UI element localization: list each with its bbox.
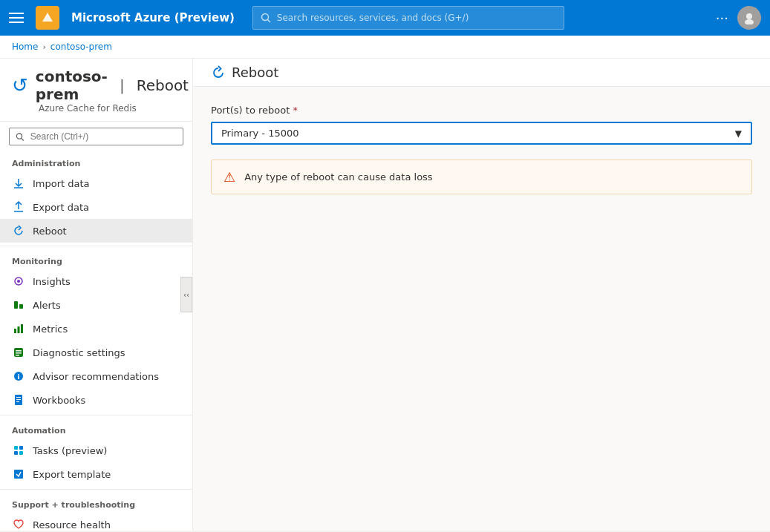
sidebar-collapse-button[interactable]: ‹‹ (180, 277, 192, 312)
svg-rect-14 (19, 304, 23, 309)
svg-rect-28 (14, 446, 18, 450)
svg-text:i: i (17, 373, 19, 381)
dropdown-value: Primary - 15000 (221, 128, 299, 139)
advisor-icon: i (12, 370, 25, 383)
svg-rect-17 (21, 324, 23, 333)
svg-rect-32 (14, 470, 23, 479)
resource-header-section: ↺ contoso-prem | Reboot ☆ ··· ✕ Azure Ca… (0, 59, 192, 122)
svg-point-3 (746, 13, 752, 19)
export-template-icon (12, 467, 25, 481)
global-search[interactable]: Search resources, services, and docs (G+… (252, 6, 564, 30)
divider-1 (0, 246, 192, 246)
svg-rect-20 (16, 352, 22, 354)
sidebar-item-import-data[interactable]: Import data (0, 171, 192, 195)
insights-label: Insights (33, 276, 71, 287)
svg-rect-30 (14, 451, 18, 455)
required-marker: * (293, 105, 298, 116)
content-body: Port(s) to reboot * Primary - 15000 ▼ ⚠ … (193, 87, 770, 531)
sidebar-item-advisor-recommendations[interactable]: i Advisor recommendations (0, 364, 192, 388)
resource-type-icon: ↺ (12, 74, 28, 96)
export-template-label: Export template (33, 469, 111, 480)
content-title-area: Reboot (211, 65, 278, 86)
breadcrumb: Home › contoso-prem (0, 36, 770, 59)
resource-name: contoso-prem (36, 68, 108, 103)
insights-icon (12, 275, 25, 288)
reboot-icon (12, 224, 25, 237)
top-navigation: Microsoft Azure (Preview) Search resourc… (0, 0, 770, 36)
diagnostic-settings-icon (12, 346, 25, 359)
sidebar-item-reboot[interactable]: Reboot (0, 219, 192, 243)
content-title: Reboot (232, 65, 278, 80)
divider-3 (0, 489, 192, 490)
sidebar-search-container[interactable] (9, 128, 183, 145)
import-data-label: Import data (33, 178, 90, 189)
advisor-label: Advisor recommendations (33, 371, 159, 382)
section-label-automation: Automation (0, 418, 192, 439)
svg-rect-29 (19, 446, 23, 450)
sidebar-item-workbooks[interactable]: Workbooks (0, 388, 192, 412)
reboot-label: Reboot (33, 226, 67, 237)
sidebar-item-diagnostic-settings[interactable]: Diagnostic settings (0, 341, 192, 364)
alerts-label: Alerts (33, 300, 61, 311)
diagnostic-settings-label: Diagnostic settings (33, 347, 125, 358)
hamburger-menu[interactable] (9, 9, 27, 27)
main-layout: ↺ contoso-prem | Reboot ☆ ··· ✕ Azure Ca… (0, 59, 770, 531)
resource-current-page: Reboot (137, 76, 189, 94)
sidebar-search-input[interactable] (30, 131, 177, 142)
warning-box: ⚠ Any type of reboot can cause data loss (211, 160, 752, 194)
svg-rect-27 (16, 401, 19, 402)
dropdown-arrow-icon: ▼ (735, 128, 742, 139)
resource-health-label: Resource health (33, 519, 111, 531)
breadcrumb-resource[interactable]: contoso-prem (50, 42, 112, 52)
svg-point-1 (261, 14, 268, 21)
azure-icon (36, 6, 59, 30)
export-data-label: Export data (33, 202, 89, 213)
sidebar-item-alerts[interactable]: Alerts (0, 293, 192, 317)
svg-rect-26 (16, 399, 21, 400)
topnav-more-button[interactable]: ··· (716, 10, 728, 26)
sidebar-scroll-area: Administration Import data Export data R… (0, 151, 192, 531)
svg-rect-16 (18, 326, 20, 333)
breadcrumb-home[interactable]: Home (12, 42, 38, 52)
user-avatar[interactable] (737, 6, 761, 30)
sidebar-item-insights[interactable]: Insights (0, 269, 192, 293)
sidebar-item-resource-health[interactable]: Resource health (0, 513, 192, 531)
sidebar-item-tasks[interactable]: Tasks (preview) (0, 439, 192, 462)
section-label-administration: Administration (0, 151, 192, 171)
main-content: Reboot Port(s) to reboot * Primary - 150… (193, 59, 770, 531)
tasks-icon (12, 444, 25, 457)
svg-point-12 (17, 280, 20, 283)
export-data-icon (12, 200, 25, 214)
sidebar-item-metrics[interactable]: Metrics (0, 317, 192, 341)
warning-text: Any type of reboot can cause data loss (244, 171, 433, 183)
ports-dropdown[interactable]: Primary - 15000 ▼ (211, 122, 752, 145)
port-label: Port(s) to reboot * (211, 105, 752, 116)
section-label-monitoring: Monitoring (0, 249, 192, 269)
section-label-support: Support + troubleshooting (0, 493, 192, 513)
sidebar-item-export-data[interactable]: Export data (0, 195, 192, 219)
svg-rect-19 (16, 350, 22, 352)
tasks-label: Tasks (preview) (33, 445, 107, 456)
resource-health-icon (12, 518, 25, 531)
divider-2 (0, 415, 192, 416)
svg-point-5 (16, 133, 22, 138)
resource-subtitle: Azure Cache for Redis (12, 103, 180, 121)
warning-icon: ⚠ (224, 169, 235, 185)
svg-rect-21 (16, 355, 19, 356)
workbooks-label: Workbooks (33, 395, 85, 406)
sidebar-item-export-template[interactable]: Export template (0, 462, 192, 486)
app-title: Microsoft Azure (Preview) (71, 11, 235, 24)
reboot-header-icon (211, 65, 226, 80)
metrics-label: Metrics (33, 324, 68, 335)
svg-rect-31 (19, 451, 23, 455)
svg-rect-15 (14, 329, 16, 333)
sidebar: ↺ contoso-prem | Reboot ☆ ··· ✕ Azure Ca… (0, 59, 193, 531)
content-header: Reboot (193, 59, 770, 87)
svg-marker-0 (42, 13, 53, 22)
resource-header: ↺ contoso-prem | Reboot ☆ ··· ✕ (12, 59, 180, 103)
svg-rect-13 (14, 301, 18, 309)
workbooks-icon (12, 393, 25, 407)
search-placeholder: Search resources, services, and docs (G+… (277, 13, 469, 23)
svg-line-2 (267, 20, 270, 23)
breadcrumb-chevron: › (42, 42, 45, 52)
